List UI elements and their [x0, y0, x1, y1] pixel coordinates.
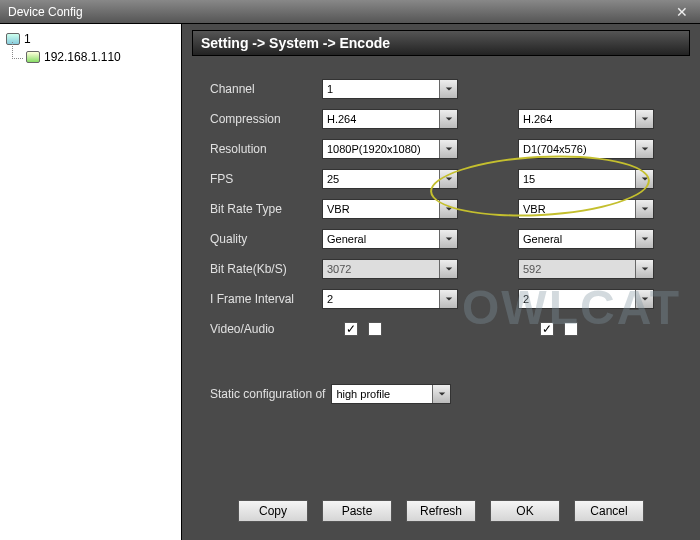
chevron-down-icon [439, 110, 457, 128]
label-compression: Compression [210, 112, 322, 126]
select-bitratetype-sub[interactable]: VBR [518, 199, 654, 219]
device-tree: 1 192.168.1.110 [0, 24, 182, 540]
label-fps: FPS [210, 172, 322, 186]
ok-button[interactable]: OK [490, 500, 560, 522]
select-static-profile[interactable]: high profile [331, 384, 451, 404]
tree-child[interactable]: 192.168.1.110 [4, 48, 177, 66]
select-quality-main[interactable]: General [322, 229, 458, 249]
chevron-down-icon [439, 230, 457, 248]
chevron-down-icon [635, 140, 653, 158]
select-quality-sub[interactable]: General [518, 229, 654, 249]
tree-child-label: 192.168.1.110 [44, 50, 121, 64]
chevron-down-icon [635, 290, 653, 308]
ip-icon [26, 51, 40, 63]
label-channel: Channel [210, 82, 322, 96]
label-iframe: I Frame Interval [210, 292, 322, 306]
window-title: Device Config [8, 5, 83, 19]
checkbox-audio-sub[interactable] [564, 322, 578, 336]
paste-button[interactable]: Paste [322, 500, 392, 522]
select-iframe-main[interactable]: 2 [322, 289, 458, 309]
copy-button[interactable]: Copy [238, 500, 308, 522]
chevron-down-icon [439, 170, 457, 188]
select-compression-sub[interactable]: H.264 [518, 109, 654, 129]
label-bitrate: Bit Rate(Kb/S) [210, 262, 322, 276]
label-bitratetype: Bit Rate Type [210, 202, 322, 216]
chevron-down-icon [439, 200, 457, 218]
select-resolution-main[interactable]: 1080P(1920x1080) [322, 139, 458, 159]
breadcrumb: Setting -> System -> Encode [192, 30, 690, 56]
refresh-button[interactable]: Refresh [406, 500, 476, 522]
label-quality: Quality [210, 232, 322, 246]
chevron-down-icon [635, 110, 653, 128]
label-resolution: Resolution [210, 142, 322, 156]
chevron-down-icon [635, 230, 653, 248]
select-bitrate-sub[interactable]: 592 [518, 259, 654, 279]
checkbox-video-main[interactable] [344, 322, 358, 336]
tree-root-label: 1 [24, 32, 31, 46]
label-static-config: Static configuration of [210, 387, 325, 401]
select-resolution-sub[interactable]: D1(704x576) [518, 139, 654, 159]
select-bitratetype-main[interactable]: VBR [322, 199, 458, 219]
close-icon[interactable]: ✕ [670, 4, 694, 20]
select-channel[interactable]: 1 [322, 79, 458, 99]
label-videoaudio: Video/Audio [210, 322, 322, 336]
chevron-down-icon [635, 260, 653, 278]
cancel-button[interactable]: Cancel [574, 500, 644, 522]
select-bitrate-main[interactable]: 3072 [322, 259, 458, 279]
main-layout: 1 192.168.1.110 Setting -> System -> Enc… [0, 24, 700, 540]
select-iframe-sub[interactable]: 2 [518, 289, 654, 309]
chevron-down-icon [432, 385, 450, 403]
select-compression-main[interactable]: H.264 [322, 109, 458, 129]
select-fps-main[interactable]: 25 [322, 169, 458, 189]
chevron-down-icon [439, 140, 457, 158]
chevron-down-icon [439, 260, 457, 278]
select-fps-sub[interactable]: 15 [518, 169, 654, 189]
chevron-down-icon [439, 80, 457, 98]
chevron-down-icon [439, 290, 457, 308]
content-panel: Setting -> System -> Encode Channel 1 Co… [182, 24, 700, 540]
button-bar: Copy Paste Refresh OK Cancel [182, 500, 700, 522]
chevron-down-icon [635, 200, 653, 218]
chevron-down-icon [635, 170, 653, 188]
checkbox-audio-main[interactable] [368, 322, 382, 336]
checkbox-video-sub[interactable] [540, 322, 554, 336]
encode-form: Channel 1 Compression H.264 [192, 74, 690, 344]
tree-root[interactable]: 1 [4, 30, 177, 48]
titlebar: Device Config ✕ [0, 0, 700, 24]
